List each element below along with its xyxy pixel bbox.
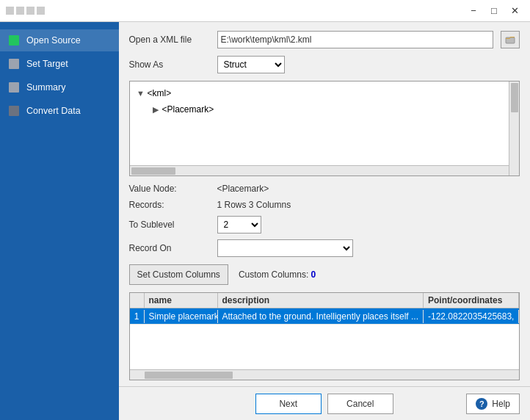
tree-h-scrollbar[interactable] — [130, 165, 509, 175]
sidebar-label-summary: Summary — [26, 82, 65, 93]
sidebar-item-open-source[interactable]: Open Source — [0, 29, 119, 51]
bottom-bar: Next Cancel ? Help — [119, 386, 531, 420]
custom-col-info: Custom Columns: 0 — [239, 269, 316, 280]
tree-v-thumb[interactable] — [511, 83, 518, 112]
open-source-icon — [7, 34, 21, 47]
sidebar-item-summary[interactable]: Summary — [0, 76, 119, 98]
sublevel-select[interactable]: 2 1 3 — [217, 216, 261, 233]
show-as-row: Show As Struct XML Flat — [129, 56, 520, 73]
title-bar-left — [6, 7, 45, 15]
show-as-label: Show As — [129, 59, 210, 70]
summary-icon — [7, 81, 21, 94]
data-table: name description Point/coordinates 1 Sim… — [129, 292, 520, 380]
folder-icon — [505, 35, 515, 45]
cell-name-1: Simple placemark — [145, 310, 218, 323]
table-header: name description Point/coordinates — [130, 293, 520, 308]
maximize-button[interactable]: □ — [484, 3, 504, 19]
col-header-desc: description — [218, 293, 424, 308]
browse-button[interactable] — [501, 31, 520, 48]
content-body: Open a XML file Show As Struct XML Flat — [119, 22, 531, 386]
value-node-value: <Placemark> — [217, 184, 269, 194]
cell-desc-1: Attached to the ground. Intelligently pl… — [218, 310, 424, 323]
placemark-expand-icon[interactable]: ▶ — [150, 104, 161, 115]
main-container: Open Source Set Target Summary Convert D… — [0, 22, 530, 420]
value-node-label: Value Node: — [129, 184, 210, 194]
records-row: Records: 1 Rows 3 Columns — [129, 200, 520, 210]
open-xml-label: Open a XML file — [129, 35, 210, 45]
table-body: 1 Simple placemark Attached to the groun… — [130, 308, 520, 369]
info-section: Value Node: <Placemark> Records: 1 Rows … — [129, 184, 520, 257]
col-header-name: name — [145, 293, 218, 308]
value-node-row: Value Node: <Placemark> — [129, 184, 520, 194]
record-on-select[interactable] — [217, 239, 353, 257]
cancel-button[interactable]: Cancel — [327, 394, 393, 414]
sidebar-item-set-target[interactable]: Set Target — [0, 53, 119, 75]
convert-data-icon — [7, 104, 21, 117]
open-xml-row: Open a XML file — [129, 31, 520, 48]
close-button[interactable]: ✕ — [505, 3, 524, 19]
table-h-scrollbar[interactable] — [130, 369, 520, 380]
content-area: Open a XML file Show As Struct XML Flat — [119, 22, 531, 420]
tree-v-scrollbar[interactable] — [509, 82, 519, 175]
title-bar-icon — [6, 7, 45, 15]
kml-expand-icon[interactable]: ▼ — [136, 89, 146, 99]
sidebar-item-convert-data[interactable]: Convert Data — [0, 100, 119, 122]
row-num-header — [130, 293, 145, 308]
custom-col-count: 0 — [311, 269, 316, 280]
records-value: 1 Rows 3 Columns — [217, 200, 291, 210]
row-num-1: 1 — [130, 310, 145, 323]
placemark-node-label: <Placemark> — [162, 102, 214, 118]
sidebar-label-open-source: Open Source — [26, 35, 81, 46]
bottom-bar-center: Next Cancel — [255, 394, 393, 414]
col-header-coords: Point/coordinates — [424, 293, 519, 308]
minimize-button[interactable]: − — [464, 3, 483, 19]
next-button[interactable]: Next — [255, 394, 322, 414]
show-as-select[interactable]: Struct XML Flat — [217, 56, 285, 73]
sidebar-label-set-target: Set Target — [26, 59, 68, 69]
sidebar-label-convert-data: Convert Data — [26, 106, 81, 116]
sublevel-row: To Sublevel 2 1 3 — [129, 216, 520, 233]
help-button[interactable]: ? Help — [466, 394, 520, 414]
tree-node-kml[interactable]: ▼ <kml> — [136, 86, 505, 102]
set-custom-columns-button[interactable]: Set Custom Columns — [129, 264, 228, 285]
custom-col-row: Set Custom Columns Custom Columns: 0 — [129, 264, 520, 285]
tree-area[interactable]: ▼ <kml> ▶ <Placemark> — [129, 81, 520, 176]
title-bar: − □ ✕ — [0, 0, 530, 22]
table-h-thumb[interactable] — [145, 372, 233, 379]
bottom-bar-right: ? Help — [393, 394, 520, 414]
title-bar-controls: − □ ✕ — [464, 3, 524, 19]
records-label: Records: — [129, 200, 210, 210]
tree-node-placemark[interactable]: ▶ <Placemark> — [136, 102, 505, 118]
tree-h-thumb[interactable] — [131, 167, 175, 175]
sublevel-label: To Sublevel — [129, 220, 210, 230]
record-on-label: Record On — [129, 243, 210, 253]
custom-col-label: Custom Columns: — [239, 269, 308, 280]
kml-node-label: <kml> — [148, 86, 172, 102]
sidebar: Open Source Set Target Summary Convert D… — [0, 22, 119, 420]
cell-coords-1: -122.0822035425683, — [424, 310, 519, 323]
set-target-icon — [7, 57, 21, 70]
record-on-row: Record On — [129, 239, 520, 257]
open-xml-input[interactable] — [217, 31, 494, 48]
help-label: Help — [492, 399, 510, 409]
help-icon: ? — [476, 398, 487, 410]
table-row[interactable]: 1 Simple placemark Attached to the groun… — [130, 308, 520, 325]
tree-content: ▼ <kml> ▶ <Placemark> — [130, 82, 520, 122]
